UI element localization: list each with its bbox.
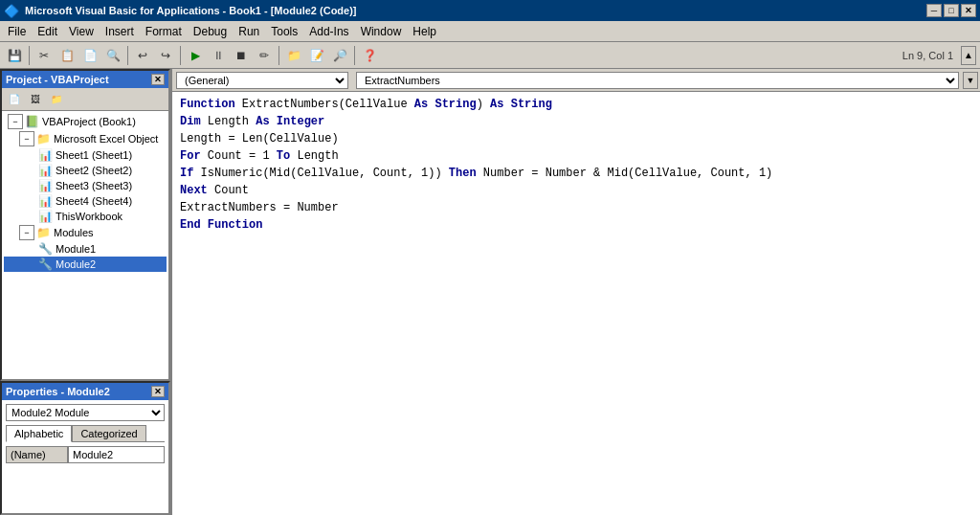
toolbar-break[interactable]: ⏸ [208,45,229,66]
tree-module1[interactable]: 🔧 Module1 [4,241,167,257]
project-panel-titlebar: Project - VBAProject ✕ [2,71,168,88]
module1-label: Module1 [56,243,96,255]
excel-objects-label: Microsoft Excel Object [54,133,158,145]
sheet1-label: Sheet1 (Sheet1) [56,149,132,161]
tree-excel-objects[interactable]: − 📁 Microsoft Excel Object [4,130,167,147]
sheet3-icon: 📊 [38,179,53,192]
props-tab-categorized[interactable]: Categorized [72,425,145,441]
toolbar-obj-browser[interactable]: 🔎 [329,45,350,66]
code-area[interactable]: Function ExtractNumbers(CellValue As Str… [172,92,980,515]
toolbar-sep1 [29,46,30,65]
tree-sheet2[interactable]: 📊 Sheet2 (Sheet2) [4,163,167,178]
menu-addins[interactable]: Add-Ins [303,23,354,40]
menu-run[interactable]: Run [233,23,265,40]
project-tree[interactable]: − 📗 VBAProject (Book1) − 📁 Microsoft Exc… [2,111,168,379]
code-line-7: ExtractNumbers = Number [180,199,972,216]
toolbar: 💾 ✂ 📋 📄 🔍 ↩ ↪ ▶ ⏸ ⏹ ✏ 📁 📝 🔎 ❓ Ln 9, Col … [0,42,980,69]
menu-tools[interactable]: Tools [265,23,303,40]
toolbar-cut[interactable]: ✂ [33,45,55,66]
project-toggle-folders[interactable]: 📁 [46,89,67,110]
toolbar-sep5 [354,46,355,65]
toolbar-undo[interactable]: ↩ [132,45,153,66]
tree-root[interactable]: − 📗 VBAProject (Book1) [4,113,167,130]
toolbar-sep3 [180,46,181,65]
modules-icon: 📁 [36,226,51,239]
modules-label: Modules [54,227,94,238]
code-line-3: Length = Len(CellValue) [180,130,972,147]
code-dropdown-btn[interactable]: ▼ [963,72,978,89]
module2-label: Module2 [56,258,96,270]
toolbar-scrollbar[interactable]: ▲ [961,46,976,65]
menu-insert[interactable]: Insert [100,23,140,40]
properties-panel-title: Properties - Module2 [6,386,151,397]
toolbar-reset[interactable]: ⏹ [231,45,252,66]
title-text: Microsoft Visual Basic for Applications … [25,5,926,16]
toolbar-help[interactable]: ❓ [359,45,380,66]
root-icon: 📗 [25,115,39,128]
toolbar-design[interactable]: ✏ [254,45,275,66]
project-panel-toolbar: 📄 🖼 📁 [2,88,168,111]
props-module-select[interactable]: Module2 Module [6,404,165,421]
close-button[interactable]: ✕ [961,4,976,17]
menu-edit[interactable]: Edit [32,23,63,40]
code-selector-right[interactable]: ExtractNumbers [356,72,959,89]
toolbar-run[interactable]: ▶ [185,45,206,66]
project-view-code[interactable]: 📄 [4,89,25,110]
menu-window[interactable]: Window [355,23,408,40]
title-bar-buttons: ─ □ ✕ [926,4,976,17]
menu-view[interactable]: View [63,23,100,40]
maximize-button[interactable]: □ [944,4,959,17]
properties-panel-titlebar: Properties - Module2 ✕ [2,383,168,400]
properties-panel-close[interactable]: ✕ [151,386,165,397]
tree-sheet3[interactable]: 📊 Sheet3 (Sheet3) [4,178,167,193]
props-tab-alphabetic[interactable]: Alphabetic [6,425,72,442]
toolbar-projexp[interactable]: 📁 [283,45,304,66]
menu-bar: File Edit View Insert Format Debug Run T… [0,21,980,42]
menu-file[interactable]: File [2,23,32,40]
tree-modules-folder[interactable]: − 📁 Modules [4,224,167,241]
title-bar: 🔷 Microsoft Visual Basic for Application… [0,0,980,21]
toolbar-copy[interactable]: 📋 [56,45,78,66]
modules-expander[interactable]: − [19,225,34,240]
menu-debug[interactable]: Debug [188,23,233,40]
sheet2-label: Sheet2 (Sheet2) [56,165,132,176]
tree-thisworkbook[interactable]: 📊 ThisWorkbook [4,209,167,224]
thisworkbook-icon: 📊 [38,210,53,223]
toolbar-status-area: Ln 9, Col 1 ▲ [899,46,976,65]
code-line-6: Next Count [180,182,972,199]
toolbar-props[interactable]: 📝 [306,45,327,66]
toolbar-save[interactable]: 💾 [4,45,25,66]
tree-sheet1[interactable]: 📊 Sheet1 (Sheet1) [4,147,167,163]
sheet2-icon: 📊 [38,164,53,177]
main-area: Project - VBAProject ✕ 📄 🖼 📁 − 📗 VBAProj… [0,69,980,515]
project-view-object[interactable]: 🖼 [25,89,46,110]
code-line-5: If IsNumeric(Mid(CellValue, Count, 1)) T… [180,165,972,182]
props-row-name: (Name) Module2 [6,446,165,463]
code-header: (General) ExtractNumbers ▼ [172,69,980,92]
code-line-2: Dim Length As Integer [180,113,972,130]
properties-panel: Properties - Module2 ✕ Module2 Module Al… [0,381,170,515]
toolbar-find[interactable]: 🔍 [102,45,123,66]
menu-format[interactable]: Format [140,23,188,40]
code-line-8: End Function [180,216,972,234]
props-name-label: (Name) [6,446,68,463]
tree-sheet4[interactable]: 📊 Sheet4 (Sheet4) [4,193,167,209]
project-panel-close[interactable]: ✕ [151,74,165,85]
excel-objects-expander[interactable]: − [19,131,34,146]
toolbar-redo[interactable]: ↪ [155,45,176,66]
props-module-selector-row: Module2 Module [6,404,165,421]
menu-help[interactable]: Help [407,23,442,40]
code-line-1: Function ExtractNumbers(CellValue As Str… [180,96,972,113]
root-expander[interactable]: − [8,114,23,129]
props-tabs: Alphabetic Categorized [6,425,165,442]
tree-module2[interactable]: 🔧 Module2 [4,257,167,272]
thisworkbook-label: ThisWorkbook [56,211,122,222]
toolbar-paste[interactable]: 📄 [79,45,100,66]
toolbar-sep2 [127,46,128,65]
module1-icon: 🔧 [38,242,53,256]
project-panel: Project - VBAProject ✕ 📄 🖼 📁 − 📗 VBAProj… [0,69,170,381]
left-panel: Project - VBAProject ✕ 📄 🖼 📁 − 📗 VBAProj… [0,69,170,515]
code-selector-left[interactable]: (General) [176,72,348,89]
sheet4-label: Sheet4 (Sheet4) [56,195,132,207]
minimize-button[interactable]: ─ [926,4,942,17]
